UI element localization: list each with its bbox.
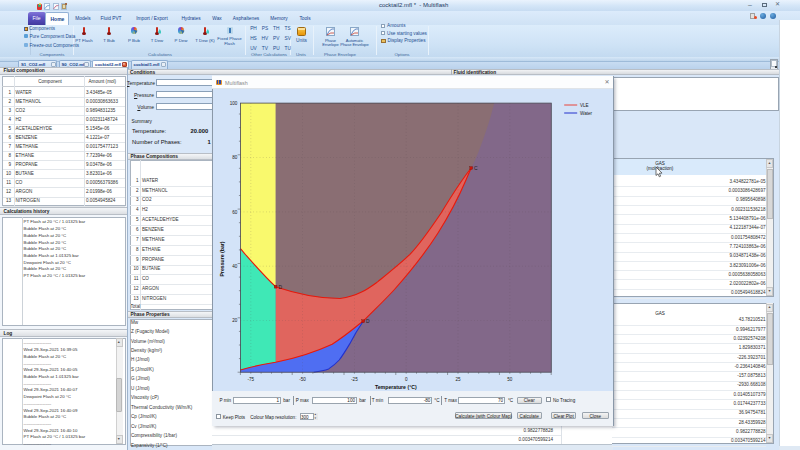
svg-text:60: 60 — [233, 210, 239, 215]
svg-text:0: 0 — [405, 377, 408, 382]
svg-text:-25: -25 — [351, 377, 358, 382]
svg-text:25: 25 — [456, 377, 462, 382]
svg-text:VLE: VLE — [580, 103, 589, 108]
svg-text:C: C — [474, 165, 478, 171]
svg-text:20: 20 — [233, 319, 239, 324]
svg-text:D: D — [279, 284, 283, 290]
svg-text:-75: -75 — [248, 377, 255, 382]
svg-text:Temperature (°C): Temperature (°C) — [375, 384, 417, 390]
svg-text:Water: Water — [580, 111, 593, 116]
svg-text:D: D — [366, 318, 370, 324]
svg-text:100: 100 — [230, 101, 238, 106]
svg-text:-50: -50 — [300, 377, 307, 382]
svg-text:50: 50 — [508, 377, 514, 382]
svg-text:Pressure (bar): Pressure (bar) — [219, 241, 225, 276]
svg-text:80: 80 — [233, 156, 239, 161]
svg-text:40: 40 — [233, 264, 239, 269]
